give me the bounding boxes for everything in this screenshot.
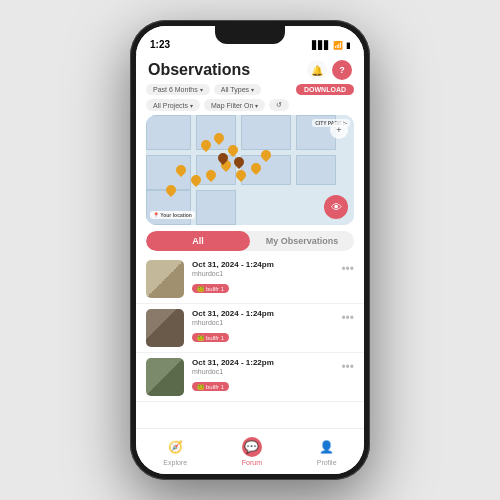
zoom-icon: + bbox=[336, 125, 341, 135]
phone-screen: 1:23 ▋▋▋ 📶 ▮ Observations 🔔 ? Past 6 bbox=[136, 26, 364, 474]
header-icons: 🔔 ? bbox=[307, 60, 352, 80]
nav-label-profile: Profile bbox=[317, 459, 337, 466]
observation-user: mhurdoc1 bbox=[192, 319, 333, 326]
observation-info: Oct 31, 2024 - 1:22pm mhurdoc1 🐸 bullfr … bbox=[192, 358, 333, 393]
nav-item-forum[interactable]: 💬 Forum bbox=[230, 433, 274, 470]
filter-time-button[interactable]: Past 6 Months ▾ bbox=[146, 84, 210, 95]
filter-types-button[interactable]: All Types ▾ bbox=[214, 84, 261, 95]
observation-user: mhurdoc1 bbox=[192, 270, 333, 277]
chevron-down-icon: ▾ bbox=[251, 86, 254, 93]
tab-all-label: All bbox=[192, 236, 204, 246]
map-block bbox=[196, 155, 236, 185]
battery-icon: ▮ bbox=[346, 41, 350, 50]
help-button[interactable]: ? bbox=[332, 60, 352, 80]
observation-datetime: Oct 31, 2024 - 1:22pm bbox=[192, 358, 333, 367]
tag-label: bullfr 1 bbox=[206, 286, 224, 292]
chevron-down-icon: ▾ bbox=[255, 102, 258, 109]
filter-map-label: Map Filter On bbox=[211, 102, 253, 109]
tab-all[interactable]: All bbox=[146, 231, 250, 251]
map-background: CITY PARK ▷ + bbox=[146, 115, 354, 225]
download-button[interactable]: DOWNLOAD bbox=[296, 84, 354, 95]
map-zoom-button[interactable]: + bbox=[330, 121, 348, 139]
observation-more-button[interactable]: ••• bbox=[341, 260, 354, 276]
tab-my-observations[interactable]: My Observations bbox=[250, 231, 354, 251]
map-block bbox=[146, 115, 191, 150]
bottom-navigation: 🧭 Explore 💬 Forum 👤 Profile bbox=[136, 428, 364, 474]
observation-user: mhurdoc1 bbox=[192, 368, 333, 375]
filter-map-button[interactable]: Map Filter On ▾ bbox=[204, 99, 265, 111]
question-icon: ? bbox=[339, 65, 345, 75]
nav-item-explore[interactable]: 🧭 Explore bbox=[151, 433, 199, 470]
filter-projects-label: All Projects bbox=[153, 102, 188, 109]
status-time: 1:23 bbox=[150, 39, 170, 50]
filter-bar-row2: All Projects ▾ Map Filter On ▾ ↺ bbox=[136, 99, 364, 115]
observation-item[interactable]: Oct 31, 2024 - 1:24pm mhurdoc1 🐸 bullfr … bbox=[136, 304, 364, 353]
chevron-down-icon: ▾ bbox=[200, 86, 203, 93]
filter-types-label: All Types bbox=[221, 86, 249, 93]
filter-projects-button[interactable]: All Projects ▾ bbox=[146, 99, 200, 111]
download-label: DOWNLOAD bbox=[304, 86, 346, 93]
observation-list: Oct 31, 2024 - 1:24pm mhurdoc1 🐸 bullfr … bbox=[136, 251, 364, 428]
tag-icon: 🐸 bbox=[197, 285, 204, 292]
nav-label-explore: Explore bbox=[163, 459, 187, 466]
observation-more-button[interactable]: ••• bbox=[341, 358, 354, 374]
location-label: 📍 Your location bbox=[150, 211, 195, 219]
bell-icon: 🔔 bbox=[311, 65, 323, 76]
observation-thumbnail bbox=[146, 358, 184, 396]
refresh-icon: ↺ bbox=[276, 101, 282, 109]
chevron-down-icon: ▾ bbox=[190, 102, 193, 109]
map-block bbox=[196, 190, 236, 225]
nav-label-forum: Forum bbox=[242, 459, 262, 466]
map-block bbox=[241, 115, 291, 150]
map-area[interactable]: CITY PARK ▷ + bbox=[146, 115, 354, 225]
observation-datetime: Oct 31, 2024 - 1:24pm bbox=[192, 260, 333, 269]
observation-info: Oct 31, 2024 - 1:24pm mhurdoc1 🐸 bullfr … bbox=[192, 260, 333, 295]
observation-item[interactable]: Oct 31, 2024 - 1:22pm mhurdoc1 🐸 bullfr … bbox=[136, 353, 364, 402]
page-title: Observations bbox=[148, 61, 250, 79]
refresh-button[interactable]: ↺ bbox=[269, 99, 289, 111]
observation-more-button[interactable]: ••• bbox=[341, 309, 354, 325]
tag-label: bullfr 1 bbox=[206, 384, 224, 390]
nav-item-profile[interactable]: 👤 Profile bbox=[305, 433, 349, 470]
observation-datetime: Oct 31, 2024 - 1:24pm bbox=[192, 309, 333, 318]
observation-info: Oct 31, 2024 - 1:24pm mhurdoc1 🐸 bullfr … bbox=[192, 309, 333, 344]
bell-button[interactable]: 🔔 bbox=[307, 60, 327, 80]
observation-thumbnail bbox=[146, 260, 184, 298]
forum-icon: 💬 bbox=[242, 437, 262, 457]
observation-item[interactable]: Oct 31, 2024 - 1:24pm mhurdoc1 🐸 bullfr … bbox=[136, 255, 364, 304]
map-eye-button[interactable]: 👁 bbox=[324, 195, 348, 219]
eye-icon: 👁 bbox=[331, 201, 342, 213]
filter-bar-row1: Past 6 Months ▾ All Types ▾ DOWNLOAD bbox=[136, 84, 364, 99]
tab-my-label: My Observations bbox=[266, 236, 339, 246]
wifi-icon: 📶 bbox=[333, 41, 343, 50]
phone-frame: 1:23 ▋▋▋ 📶 ▮ Observations 🔔 ? Past 6 bbox=[130, 20, 370, 480]
tag-label: bullfr 1 bbox=[206, 335, 224, 341]
profile-icon: 👤 bbox=[317, 437, 337, 457]
filter-time-label: Past 6 Months bbox=[153, 86, 198, 93]
tag-icon: 🐸 bbox=[197, 383, 204, 390]
observation-tabs: All My Observations bbox=[146, 231, 354, 251]
status-icons: ▋▋▋ 📶 ▮ bbox=[312, 41, 350, 50]
explore-icon: 🧭 bbox=[165, 437, 185, 457]
signal-icon: ▋▋▋ bbox=[312, 41, 330, 50]
observation-tag: 🐸 bullfr 1 bbox=[192, 382, 229, 391]
tag-icon: 🐸 bbox=[197, 334, 204, 341]
map-block bbox=[296, 155, 336, 185]
phone-notch bbox=[215, 26, 285, 44]
observation-tag: 🐸 bullfr 1 bbox=[192, 284, 229, 293]
observation-tag: 🐸 bullfr 1 bbox=[192, 333, 229, 342]
observation-thumbnail bbox=[146, 309, 184, 347]
app-header: Observations 🔔 ? bbox=[136, 54, 364, 84]
